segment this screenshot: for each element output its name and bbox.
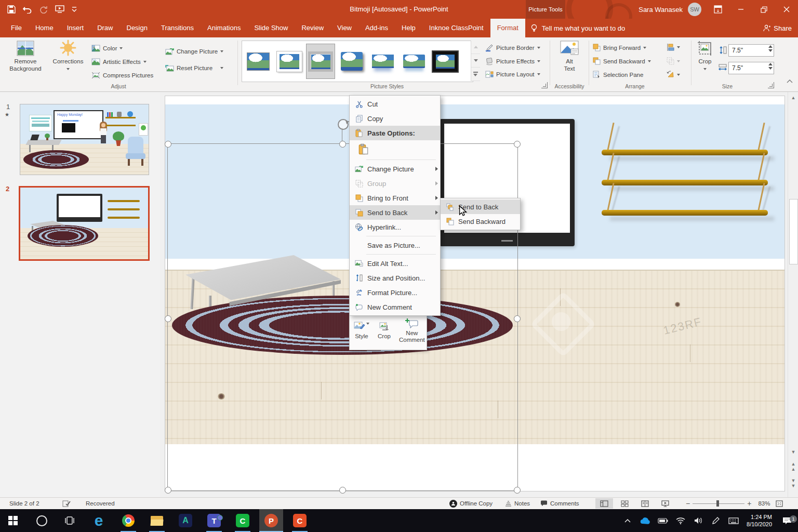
- wifi-icon[interactable]: [672, 517, 689, 524]
- file-explorer-icon[interactable]: [145, 509, 169, 532]
- battery-icon[interactable]: [654, 518, 672, 524]
- mini-style-button[interactable]: Style: [350, 311, 374, 350]
- width-increase-button[interactable]: [768, 63, 773, 65]
- selection-handle-middle-left[interactable]: [165, 315, 171, 322]
- tab-design[interactable]: Design: [120, 19, 154, 37]
- change-picture-button[interactable]: Change Picture: [165, 48, 223, 55]
- clock[interactable]: 1:24 PM8/10/2020: [747, 513, 772, 528]
- send-backward-button[interactable]: Send Backward: [593, 57, 651, 65]
- mini-crop-button[interactable]: Crop: [374, 311, 395, 350]
- alt-text-button[interactable]: AltText: [553, 39, 586, 72]
- shape-height-field[interactable]: 7.5": [728, 44, 774, 57]
- zoom-slider-thumb[interactable]: [716, 500, 719, 507]
- zoom-slider[interactable]: [693, 500, 744, 507]
- pen-icon[interactable]: [707, 516, 725, 525]
- picture-style-1[interactable]: [244, 44, 272, 78]
- accessibility-checker-button[interactable]: [62, 498, 71, 509]
- onedrive-icon[interactable]: [636, 517, 654, 524]
- undo-button[interactable]: [23, 5, 32, 14]
- picture-style-6[interactable]: [400, 44, 428, 78]
- slide-1-thumbnail[interactable]: Happy Monday!: [20, 104, 149, 175]
- compress-pictures-button[interactable]: Compress Pictures: [91, 72, 153, 79]
- collapse-ribbon-button[interactable]: [787, 79, 793, 83]
- corrections-button[interactable]: Corrections: [50, 39, 86, 71]
- context-menu-item-cut[interactable]: Cut: [350, 97, 440, 111]
- fit-to-window-button[interactable]: [776, 500, 783, 507]
- picture-style-4[interactable]: [338, 44, 366, 78]
- selection-handle-bottom-middle[interactable]: [339, 487, 346, 494]
- restore-button[interactable]: [752, 0, 775, 19]
- tray-expand-chevron[interactable]: [619, 518, 636, 523]
- close-button[interactable]: [775, 0, 798, 19]
- slide-sorter-view-button[interactable]: [616, 498, 633, 509]
- artistic-effects-button[interactable]: Artistic Effects: [91, 58, 147, 65]
- zoom-in-button[interactable]: +: [747, 499, 751, 508]
- ribbon-display-options-button[interactable]: [707, 0, 729, 19]
- chrome-icon[interactable]: [116, 509, 140, 532]
- camtasia-icon[interactable]: C: [231, 509, 255, 532]
- submenu-item-send-to-back[interactable]: Send to Back: [441, 200, 520, 214]
- height-increase-button[interactable]: [768, 45, 773, 48]
- teams-icon[interactable]: T: [202, 509, 226, 532]
- minimize-button[interactable]: [729, 0, 752, 19]
- remove-background-button[interactable]: RemoveBackground: [4, 39, 47, 72]
- volume-icon[interactable]: [689, 517, 707, 524]
- start-from-beginning-button[interactable]: [55, 5, 64, 14]
- context-menu-item-hyperlink[interactable]: Hyperlink...: [350, 220, 440, 234]
- gallery-scroll-up-button[interactable]: [471, 41, 480, 54]
- tab-add-ins[interactable]: Add-ins: [358, 19, 395, 37]
- slide-2-thumbnail[interactable]: [19, 186, 150, 261]
- tab-inknoe-classpoint[interactable]: Inknoe ClassPoint: [422, 19, 490, 37]
- rotate-objects-button[interactable]: [667, 71, 680, 78]
- color-button[interactable]: Color: [91, 45, 123, 52]
- tab-help[interactable]: Help: [395, 19, 422, 37]
- width-decrease-button[interactable]: [768, 67, 773, 70]
- submenu-item-send-backward[interactable]: Send Backward: [441, 214, 520, 229]
- user-name[interactable]: Sara Wanasek: [639, 6, 683, 14]
- start-button[interactable]: [1, 509, 25, 532]
- size-dialog-launcher[interactable]: [768, 82, 774, 88]
- context-menu-item-edit-alt-text[interactable]: Edit Alt Text...: [350, 256, 440, 271]
- tab-transitions[interactable]: Transitions: [154, 19, 201, 37]
- tab-review[interactable]: Review: [295, 19, 330, 37]
- selection-handle-top-middle[interactable]: [339, 141, 346, 148]
- context-menu-item-save-as-picture[interactable]: Save as Picture...: [350, 238, 440, 252]
- tab-format[interactable]: Format: [490, 19, 525, 37]
- picture-styles-dialog-launcher[interactable]: [541, 82, 548, 88]
- picture-style-7[interactable]: [431, 44, 459, 78]
- context-menu-item-group[interactable]: Group: [350, 176, 440, 191]
- comments-button[interactable]: Comments: [540, 498, 579, 509]
- tell-me-box[interactable]: Tell me what you want to do: [525, 19, 630, 37]
- context-menu-item-copy[interactable]: Copy: [350, 111, 440, 126]
- scroll-up-button[interactable]: ▲: [788, 93, 798, 102]
- tab-file[interactable]: File: [4, 19, 29, 37]
- scroll-down-button[interactable]: ▼: [788, 447, 798, 457]
- picture-style-2[interactable]: [275, 44, 303, 78]
- reading-view-button[interactable]: [636, 498, 654, 509]
- context-menu-item-bring-to-front[interactable]: Bring to Front: [350, 191, 440, 205]
- context-menu-item-paste-options[interactable]: Paste Options:: [350, 126, 440, 140]
- picture-style-3-selected[interactable]: [307, 44, 335, 78]
- redo-button[interactable]: [39, 5, 48, 14]
- crop-button[interactable]: Crop: [693, 39, 717, 71]
- context-menu-item-size-and-position[interactable]: Size and Position...: [350, 271, 440, 285]
- task-view-button[interactable]: [58, 509, 82, 532]
- selection-rectangle[interactable]: [167, 143, 518, 491]
- context-menu-item-format-picture[interactable]: Format Picture...: [350, 285, 440, 300]
- bring-forward-button[interactable]: Bring Forward: [593, 44, 646, 51]
- edge-icon[interactable]: e: [87, 509, 111, 532]
- zoom-out-button[interactable]: −: [686, 499, 690, 508]
- selection-handle-top-left[interactable]: [165, 141, 171, 148]
- recovered-button[interactable]: Recovered: [86, 498, 115, 509]
- picture-styles-gallery[interactable]: [242, 41, 473, 82]
- camtasia-recorder-icon[interactable]: C: [288, 509, 312, 532]
- context-menu-item-new-comment[interactable]: New Comment: [350, 300, 440, 314]
- picture-layout-button[interactable]: Picture Layout: [485, 71, 540, 78]
- selection-handle-bottom-right[interactable]: [514, 487, 521, 494]
- tab-view[interactable]: View: [330, 19, 358, 37]
- powerpoint-icon-active[interactable]: P: [259, 509, 283, 532]
- notes-button[interactable]: Notes: [505, 498, 530, 509]
- next-slide-button[interactable]: ▼▼: [788, 478, 798, 488]
- reset-picture-button[interactable]: Reset Picture: [165, 64, 223, 72]
- rotation-handle[interactable]: [338, 119, 349, 130]
